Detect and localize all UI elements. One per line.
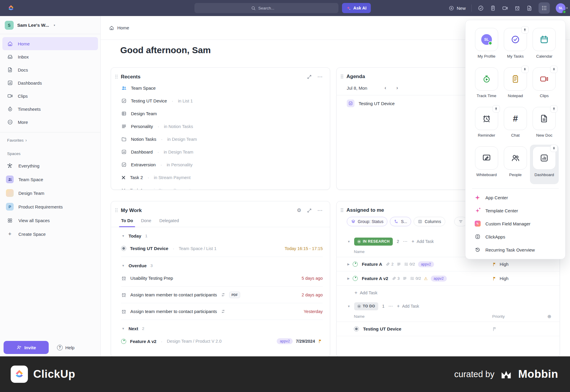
task-row[interactable]: ▶ Feature A 2 0/2 appv2 High [337,257,560,271]
priority-flag-icon[interactable] [492,327,497,331]
sidebar-item-home[interactable]: Home [2,37,98,50]
sidebar-item-design-team[interactable]: Design Team [0,186,100,200]
menu-item-app-center[interactable]: App Center [472,191,559,204]
tile-my-profile[interactable]: SL My Profile [472,26,501,66]
drag-handle-icon[interactable] [341,208,343,212]
due-date[interactable]: 2 days ago [302,293,323,297]
due-date[interactable]: Yesterday [304,309,323,314]
status-badge[interactable]: TO DO [354,302,378,310]
priority-flag-icon[interactable] [318,339,323,344]
progress-status-icon[interactable] [121,339,126,344]
due-date[interactable]: 5 days ago [302,276,323,281]
priority-label[interactable]: High [500,276,509,281]
gear-icon[interactable]: ⚙ [297,208,301,213]
tag-badge[interactable]: appv2 [277,338,293,344]
tile-people[interactable]: People [501,145,530,184]
name-column-header[interactable]: Name [354,314,365,319]
account-menu[interactable]: SL ▾ [556,3,568,13]
expand-icon[interactable] [307,208,312,213]
tile-new-doc[interactable]: New Doc [530,105,559,145]
expand-row-icon[interactable]: ▶ [347,277,350,280]
due-time[interactable]: Today 16:15 - 17:15 [285,246,323,251]
add-task-button[interactable]: +Add Task [411,239,434,244]
recent-item[interactable]: Dashboard·in Design Team [121,146,323,158]
sidebar-item-docs[interactable]: Docs [2,63,98,76]
global-search[interactable] [194,3,338,13]
links-count[interactable]: 3 [392,276,400,281]
drag-handle-icon[interactable] [115,75,118,79]
status-badge[interactable]: IN RESEARCH [354,238,393,246]
sidebar-item-inbox[interactable]: Inbox [2,50,98,63]
links-count[interactable]: 2 [386,262,393,266]
sidebar-item-view-all-spaces[interactable]: View all Spaces [0,214,100,227]
sidebar-item-team-space[interactable]: Team Space [0,173,100,186]
reminder-icon[interactable] [514,5,520,11]
tab-done[interactable]: Done [141,218,151,227]
name-column-header[interactable]: Name [354,249,365,254]
recent-item[interactable]: Testing UT Device·in List 1 [121,94,323,107]
warning-icon[interactable]: ⚠ [424,276,428,281]
description-icon[interactable] [403,276,407,281]
sidebar-item-clips[interactable]: Clips [2,89,98,102]
status-circle-icon[interactable] [121,246,126,251]
menu-item-recurring-task-overview[interactable]: Recurring Task Overview [472,243,559,256]
tab-delegated[interactable]: Delegated [159,218,179,227]
invite-button[interactable]: Invite [4,341,49,354]
sidebar-item-timesheets[interactable]: Timesheets [2,102,98,116]
pin-icon[interactable] [493,105,500,113]
task-row[interactable]: Usability Testing Prep 5 days ago [121,270,323,287]
subtasks-chip[interactable]: S... [390,217,411,226]
tile-notepad[interactable]: Notepad [501,66,530,105]
more-options-icon[interactable]: ⋯ [388,304,393,309]
workspace-switcher[interactable]: S Sam Lee's W... ▾ [0,16,100,34]
tile-track-time[interactable]: Track Time [472,66,501,105]
favorites-header[interactable]: Favorites › [0,132,100,144]
expand-icon[interactable] [307,74,312,80]
tile-whiteboard[interactable]: Whiteboard [472,145,501,184]
expand-row-icon[interactable]: ▶ [347,263,350,266]
new-button[interactable]: New [449,5,466,11]
task-row[interactable]: Assign team member to contact participan… [121,287,323,303]
pin-icon[interactable] [550,66,558,73]
tile-reminder[interactable]: Reminder [472,105,501,145]
drag-handle-icon[interactable] [115,208,118,213]
sidebar-item-everything[interactable]: Everything [0,159,100,173]
menu-item-clickapps[interactable]: ClickApps [472,230,559,243]
due-date[interactable]: 7/29/2024 [296,339,315,344]
app-grid-button[interactable] [539,2,550,14]
tile-dashboard[interactable]: Dashboard [530,145,559,184]
ask-ai-button[interactable]: Ask AI [342,3,371,13]
status-circle-icon[interactable] [354,326,359,331]
add-task-button[interactable]: +Add Task [397,304,419,309]
task-row[interactable]: Feature A v2 ·Design Team / Product V 2.… [121,333,323,350]
more-options-icon[interactable]: ⋯ [317,74,323,80]
chevron-down-icon[interactable]: ▼ [347,305,350,308]
help-button[interactable]: ? Help [57,345,75,350]
tab-to-do[interactable]: To Do [121,218,133,227]
prev-day-button[interactable]: ‹ [384,85,386,91]
columns-chip[interactable]: Columns [414,217,445,226]
checklist-count[interactable]: 0/2 [404,262,415,266]
recent-item[interactable]: Notion Tasks·in Design Team [121,133,323,146]
sidebar-item-more[interactable]: More [2,116,98,129]
group-by-chip[interactable]: Group: Status [347,217,387,226]
tile-my-tasks[interactable]: My Tasks [501,26,530,66]
sidebar-item-product-requirements[interactable]: P Product Requirements [0,200,100,214]
recent-item[interactable]: Team Space [121,82,323,94]
tag-badge[interactable]: appv2 [431,276,447,282]
task-row[interactable]: Assign team member to contact participan… [121,303,323,320]
spaces-header[interactable]: Spaces [0,144,100,157]
recent-item[interactable]: Design Team [121,107,323,120]
recent-item[interactable]: Extraversion·in Personality [121,158,323,171]
my-tasks-icon[interactable] [478,5,484,11]
section-overdue[interactable]: ▼ Overdue 3 [122,261,323,270]
attachment-badge[interactable]: PDF [229,292,240,298]
add-column-icon[interactable]: ⊕ [547,314,551,319]
recent-item[interactable]: Task 2·in Stream Payment [121,171,323,184]
progress-status-icon[interactable] [353,262,358,267]
task-row[interactable]: ▶ Feature A v2 3 0/2 ⚠ appv2 High [337,271,560,286]
sidebar-item-dashboards[interactable]: Dashboards [2,76,98,89]
clips-icon[interactable] [502,5,508,11]
search-input[interactable] [258,6,282,10]
more-options-icon[interactable]: ⋯ [403,239,408,244]
